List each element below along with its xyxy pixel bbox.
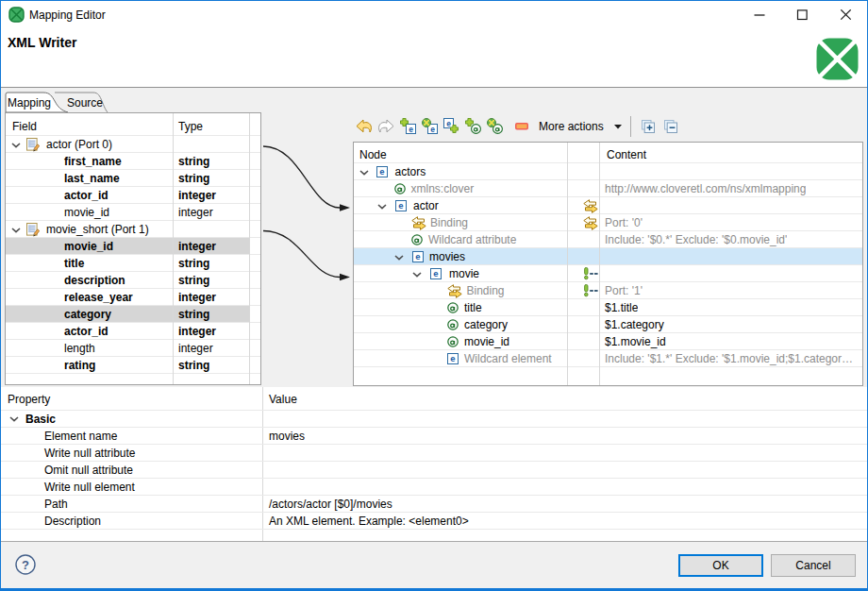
svg-text:e: e xyxy=(433,268,438,279)
svg-text:e: e xyxy=(415,251,420,262)
svg-text:e: e xyxy=(430,125,435,134)
svg-text:e: e xyxy=(398,200,403,211)
svg-text:?: ? xyxy=(22,558,29,572)
svg-text:e: e xyxy=(409,125,413,134)
svg-text:e: e xyxy=(379,166,384,177)
svg-text:e: e xyxy=(450,353,455,363)
svg-text:e: e xyxy=(446,119,451,128)
